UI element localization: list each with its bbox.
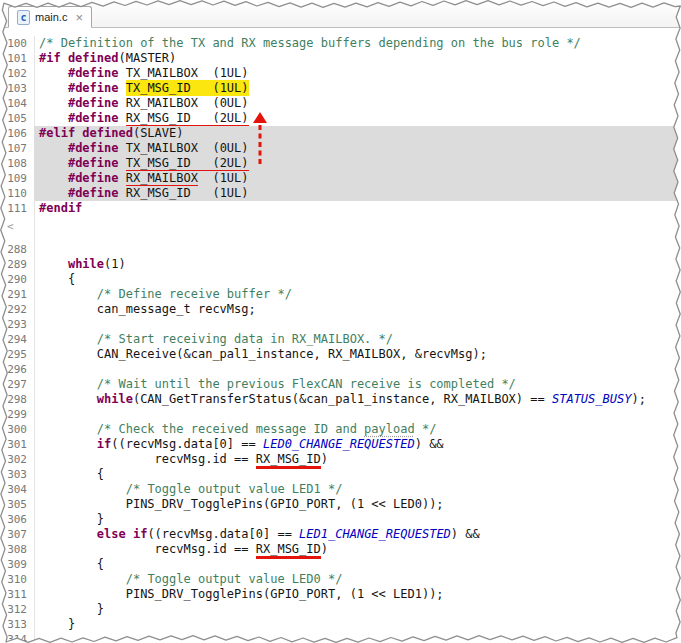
code-text: #define TX_MSG_ID (1UL) xyxy=(34,81,681,96)
tab-main-c[interactable]: c main.c × xyxy=(8,6,92,28)
code-text xyxy=(34,632,681,643)
code-line[interactable]: 304 /* Toggle output value LED1 */ xyxy=(0,482,681,497)
code-text: #define TX_MAILBOX (0UL) xyxy=(34,141,681,156)
line-number: 291 xyxy=(0,287,34,302)
code-text: while(CAN_GetTransferStatus(&can_pal1_in… xyxy=(34,392,681,407)
code-text xyxy=(34,362,681,377)
code-line[interactable]: 292 can_message_t recvMsg; xyxy=(0,302,681,317)
code-text: #define RX_MSG_ID (2UL) xyxy=(34,111,681,126)
code-text: { xyxy=(34,272,681,287)
line-number: 107 xyxy=(0,141,34,156)
line-number: 106 xyxy=(0,126,34,141)
code-text: { xyxy=(34,557,681,572)
code-line[interactable]: 106#elif defined(SLAVE) xyxy=(0,126,681,141)
code-line[interactable]: 312 } xyxy=(0,602,681,617)
code-text: can_message_t recvMsg; xyxy=(34,302,681,317)
code-line[interactable]: 298 while(CAN_GetTransferStatus(&can_pal… xyxy=(0,392,681,407)
code-text: #elif defined(SLAVE) xyxy=(34,126,681,141)
code-text: CAN_Receive(&can_pal1_instance, RX_MAILB… xyxy=(34,347,681,362)
code-line[interactable]: 313 } xyxy=(0,617,681,632)
code-line[interactable]: 303 { xyxy=(0,467,681,482)
line-number: 300 xyxy=(0,422,34,437)
code-line[interactable]: 290 { xyxy=(0,272,681,287)
folded-region-gap: < xyxy=(0,216,681,242)
line-number: 305 xyxy=(0,497,34,512)
line-number: 304 xyxy=(0,482,34,497)
tab-label: main.c xyxy=(35,11,67,23)
line-number: 100 xyxy=(0,36,34,51)
code-line[interactable]: 314 xyxy=(0,632,681,643)
code-line[interactable]: 103 #define TX_MSG_ID (1UL) xyxy=(0,81,681,96)
code-line[interactable]: 291 /* Define receive buffer */ xyxy=(0,287,681,302)
code-text: recvMsg.id == RX_MSG_ID) xyxy=(34,452,681,467)
code-line[interactable]: 104 #define RX_MAILBOX (0UL) xyxy=(0,96,681,111)
line-number: 308 xyxy=(0,542,34,557)
line-number: 306 xyxy=(0,512,34,527)
line-number: 310 xyxy=(0,572,34,587)
code-line[interactable]: 294 /* Start receiving data in RX_MAILBO… xyxy=(0,332,681,347)
code-line[interactable]: 306 } xyxy=(0,512,681,527)
code-line[interactable]: 101#if defined(MASTER) xyxy=(0,51,681,66)
line-number: 108 xyxy=(0,156,34,171)
code-line[interactable]: 109 #define RX_MAILBOX (1UL) xyxy=(0,171,681,186)
code-text: { xyxy=(34,467,681,482)
line-number: 293 xyxy=(0,317,34,332)
code-line[interactable]: 100/* Definition of the TX and RX messag… xyxy=(0,36,681,51)
line-number: 104 xyxy=(0,96,34,111)
line-number: 111 xyxy=(0,201,34,216)
code-line[interactable]: 302 recvMsg.id == RX_MSG_ID) xyxy=(0,452,681,467)
code-line[interactable]: 309 { xyxy=(0,557,681,572)
code-text xyxy=(34,317,681,332)
code-line[interactable]: 108 #define TX_MSG_ID (2UL) xyxy=(0,156,681,171)
line-number: 309 xyxy=(0,557,34,572)
code-line[interactable]: 311 PINS_DRV_TogglePins(GPIO_PORT, (1 <<… xyxy=(0,587,681,602)
code-line[interactable]: 305 PINS_DRV_TogglePins(GPIO_PORT, (1 <<… xyxy=(0,497,681,512)
code-line[interactable]: 296 xyxy=(0,362,681,377)
code-text: /* Wait until the previous FlexCAN recei… xyxy=(34,377,681,392)
line-number: 296 xyxy=(0,362,34,377)
code-line[interactable]: 295 CAN_Receive(&can_pal1_instance, RX_M… xyxy=(0,347,681,362)
code-line[interactable]: 111#endif xyxy=(0,201,681,216)
code-text: /* Start receiving data in RX_MAILBOX. *… xyxy=(34,332,681,347)
code-line[interactable]: 293 xyxy=(0,317,681,332)
code-line[interactable]: 297 /* Wait until the previous FlexCAN r… xyxy=(0,377,681,392)
line-number: 312 xyxy=(0,602,34,617)
editor-window: c main.c × 100/* Definition of the TX an… xyxy=(0,0,681,643)
code-text: #endif xyxy=(34,201,681,216)
code-text: #define RX_MSG_ID (1UL) xyxy=(34,186,681,201)
code-line[interactable]: 288 xyxy=(0,242,681,257)
line-number: 101 xyxy=(0,51,34,66)
code-line[interactable]: 107 #define TX_MAILBOX (0UL) xyxy=(0,141,681,156)
line-number: 303 xyxy=(0,467,34,482)
code-line[interactable]: 289 while(1) xyxy=(0,257,681,272)
code-text: /* Toggle output value LED0 */ xyxy=(34,572,681,587)
line-number: 289 xyxy=(0,257,34,272)
code-line[interactable]: 110 #define RX_MSG_ID (1UL) xyxy=(0,186,681,201)
code-line[interactable]: 300 /* Check the received message ID and… xyxy=(0,422,681,437)
code-text: #if defined(MASTER) xyxy=(34,51,681,66)
code-text: } xyxy=(34,617,681,632)
code-line[interactable]: 308 recvMsg.id == RX_MSG_ID) xyxy=(0,542,681,557)
line-number: 292 xyxy=(0,302,34,317)
code-text: #define TX_MAILBOX (1UL) xyxy=(34,66,681,81)
fold-marker-icon[interactable]: < xyxy=(7,220,14,233)
line-number: 314 xyxy=(0,632,34,643)
line-number: 311 xyxy=(0,587,34,602)
code-editor[interactable]: 100/* Definition of the TX and RX messag… xyxy=(0,28,681,643)
code-line[interactable]: 301 if((recvMsg.data[0] == LED0_CHANGE_R… xyxy=(0,437,681,452)
code-text: /* Toggle output value LED1 */ xyxy=(34,482,681,497)
code-text: } xyxy=(34,602,681,617)
code-line[interactable]: 299 xyxy=(0,407,681,422)
code-text: /* Definition of the TX and RX message b… xyxy=(34,36,681,51)
line-number: 302 xyxy=(0,452,34,467)
code-line[interactable]: 307 else if((recvMsg.data[0] == LED1_CHA… xyxy=(0,527,681,542)
code-text xyxy=(34,407,681,422)
code-line[interactable]: 105 #define RX_MSG_ID (2UL) xyxy=(0,111,681,126)
code-text: PINS_DRV_TogglePins(GPIO_PORT, (1 << LED… xyxy=(34,497,681,512)
line-number: 297 xyxy=(0,377,34,392)
code-text: PINS_DRV_TogglePins(GPIO_PORT, (1 << LED… xyxy=(34,587,681,602)
code-text: /* Check the received message ID and pay… xyxy=(34,422,681,437)
tab-close-icon[interactable]: × xyxy=(75,11,83,24)
code-line[interactable]: 102 #define TX_MAILBOX (1UL) xyxy=(0,66,681,81)
code-line[interactable]: 310 /* Toggle output value LED0 */ xyxy=(0,572,681,587)
